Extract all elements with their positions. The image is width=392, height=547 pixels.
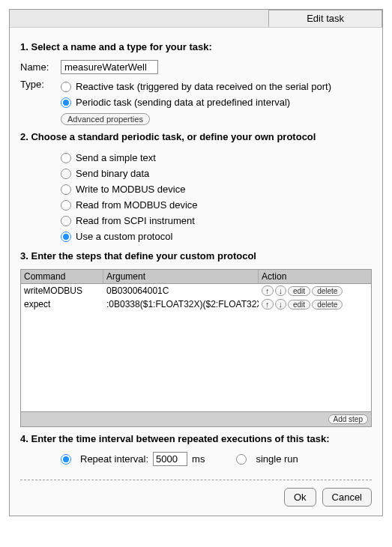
protocol-options: Send a simple text Send binary data Writ…: [61, 150, 372, 244]
radio-custom-protocol[interactable]: [61, 232, 71, 242]
edit-step-button[interactable]: edit: [288, 300, 310, 309]
section4-heading: 4. Enter the time interval between repea…: [20, 433, 372, 444]
move-down-button[interactable]: ↓: [275, 299, 287, 309]
radio-single-run[interactable]: [236, 454, 247, 465]
radio-repeat-interval[interactable]: [61, 454, 71, 465]
edit-step-button[interactable]: edit: [288, 286, 310, 296]
repeat-interval-label: Repeat interval:: [80, 453, 148, 465]
section2-heading: 2. Choose a standard periodic task, or d…: [20, 131, 372, 142]
radio-periodic[interactable]: [61, 97, 71, 108]
name-label: Name:: [20, 61, 61, 73]
tab-bar: Edit task: [10, 10, 382, 28]
radio-simple-text[interactable]: [61, 153, 71, 163]
add-step-button[interactable]: Add step: [328, 414, 368, 424]
radio-reactive-label[interactable]: Reactive task (triggered by data receive…: [76, 81, 331, 92]
radio-reactive[interactable]: [61, 82, 71, 92]
col-action: Action: [259, 270, 371, 283]
radio-write-modbus[interactable]: [61, 184, 71, 195]
radio-read-scpi[interactable]: [61, 216, 71, 226]
move-down-button[interactable]: ↓: [275, 285, 287, 296]
delete-step-button[interactable]: delete: [312, 286, 343, 296]
single-run-label: single run: [256, 453, 298, 465]
edit-task-panel: Edit task 1. Select a name and a type fo…: [9, 9, 383, 516]
advanced-properties-button[interactable]: Advanced properties: [61, 113, 150, 125]
col-command: Command: [21, 270, 103, 283]
radio-binary-data[interactable]: [61, 169, 71, 179]
section1-heading: 1. Select a name and a type for your tas…: [20, 41, 372, 52]
cancel-button[interactable]: Cancel: [322, 488, 372, 507]
section3-heading: 3. Enter the steps that define your cust…: [20, 250, 372, 262]
table-row: writeMODBUS 0B030064001C ↑ ↓ edit delete: [21, 284, 371, 297]
steps-table: Command Argument Action writeMODBUS 0B03…: [20, 269, 372, 427]
radio-periodic-label[interactable]: Periodic task (sending data at predefine…: [76, 97, 290, 108]
move-up-button[interactable]: ↑: [262, 285, 274, 296]
col-argument: Argument: [103, 270, 259, 283]
repeat-interval-unit: ms: [192, 453, 205, 465]
tab-edit-task[interactable]: Edit task: [268, 10, 382, 27]
repeat-interval-input[interactable]: [153, 452, 187, 466]
ok-button[interactable]: Ok: [284, 488, 316, 507]
table-row: expect :0B0338($1:FLOAT32X)($2:FLOAT32X)…: [21, 297, 371, 311]
type-label: Type:: [20, 79, 61, 90]
delete-step-button[interactable]: delete: [312, 300, 343, 309]
radio-read-modbus[interactable]: [61, 200, 71, 211]
move-up-button[interactable]: ↑: [262, 299, 274, 309]
separator: [20, 480, 372, 480]
name-input[interactable]: [61, 60, 158, 74]
